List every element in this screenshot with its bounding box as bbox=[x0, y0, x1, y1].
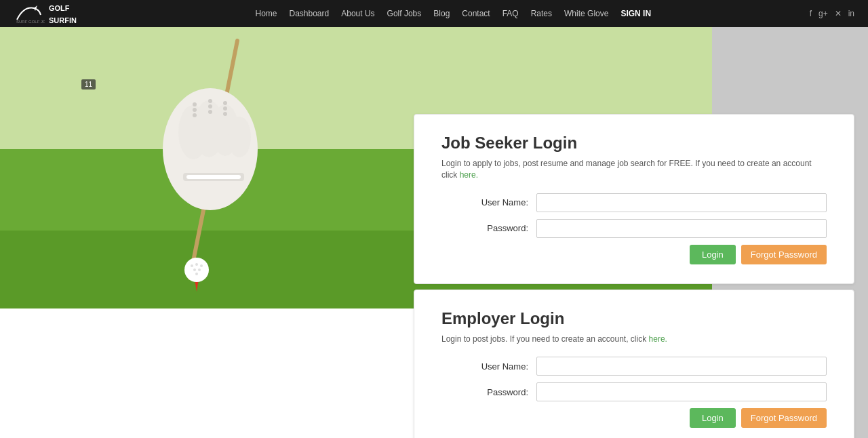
hero-badge: 11 bbox=[81, 79, 96, 89]
svg-point-23 bbox=[208, 104, 212, 108]
svg-point-26 bbox=[223, 106, 227, 111]
logo-text: GOLF SURFIN bbox=[49, 4, 77, 24]
svg-point-19 bbox=[193, 113, 197, 117]
nav-rates[interactable]: Rates bbox=[531, 9, 552, 18]
svg-point-17 bbox=[212, 104, 239, 156]
googleplus-icon[interactable]: g+ bbox=[818, 9, 828, 18]
nav-golf-jobs[interactable]: Golf Jobs bbox=[387, 9, 422, 18]
jobseeker-password-row: Password: bbox=[441, 219, 827, 238]
employer-password-label: Password: bbox=[441, 387, 536, 397]
svg-point-18 bbox=[228, 117, 251, 157]
svg-point-8 bbox=[191, 264, 193, 267]
svg-rect-28 bbox=[183, 173, 244, 181]
nav-faq[interactable]: FAQ bbox=[502, 9, 519, 18]
svg-rect-29 bbox=[186, 175, 241, 179]
svg-point-9 bbox=[195, 263, 198, 266]
employer-username-row: User Name: bbox=[441, 357, 827, 376]
jobseeker-buttons: Login Forgot Password bbox=[441, 245, 827, 264]
svg-point-11 bbox=[193, 268, 196, 271]
nav-contact[interactable]: Contact bbox=[462, 9, 490, 18]
jobseeker-forgot-button[interactable]: Forgot Password bbox=[741, 245, 827, 264]
jobseeker-username-row: User Name: bbox=[441, 193, 827, 212]
employer-forgot-button[interactable]: Forgot Password bbox=[741, 408, 827, 428]
facebook-icon[interactable]: f bbox=[810, 9, 812, 18]
jobseeker-password-input[interactable] bbox=[536, 219, 827, 238]
jobseeker-title: Job Seeker Login bbox=[441, 134, 827, 153]
svg-point-16 bbox=[194, 100, 224, 157]
logo[interactable]: SURF GOLF JOBS GOLF SURFIN bbox=[14, 1, 77, 26]
employer-desc: Login to post jobs. If you need to creat… bbox=[441, 334, 827, 345]
svg-point-25 bbox=[223, 112, 227, 116]
jobseeker-desc: Login to apply to jobs, post resume and … bbox=[441, 158, 827, 181]
svg-point-24 bbox=[208, 99, 212, 103]
social-icons: f g+ ✕ in bbox=[810, 9, 854, 18]
svg-point-21 bbox=[193, 102, 197, 106]
employer-username-label: User Name: bbox=[441, 361, 536, 372]
jobseeker-username-label: User Name: bbox=[441, 197, 536, 207]
login-panels: Job Seeker Login Login to apply to jobs,… bbox=[414, 114, 854, 438]
employer-register-link[interactable]: here. bbox=[649, 334, 667, 344]
nav-home[interactable]: Home bbox=[255, 9, 277, 18]
svg-point-15 bbox=[178, 105, 208, 159]
jobseeker-username-input[interactable] bbox=[536, 193, 827, 212]
svg-point-7 bbox=[184, 258, 209, 282]
nav-white-glove[interactable]: White Glove bbox=[564, 9, 608, 18]
svg-point-20 bbox=[193, 108, 197, 112]
employer-password-row: Password: bbox=[441, 382, 827, 401]
svg-marker-6 bbox=[193, 271, 200, 292]
twitter-icon[interactable]: ✕ bbox=[835, 9, 842, 18]
employer-title: Employer Login bbox=[441, 309, 827, 328]
nav-about[interactable]: About Us bbox=[341, 9, 374, 18]
employer-password-input[interactable] bbox=[536, 382, 827, 401]
employer-panel: Employer Login Login to post jobs. If yo… bbox=[414, 290, 854, 438]
nav-dashboard[interactable]: Dashboard bbox=[290, 9, 330, 18]
nav-sign-in[interactable]: SIGN IN bbox=[620, 9, 651, 18]
nav-links: Home Dashboard About Us Golf Jobs Blog C… bbox=[97, 9, 810, 18]
nav-blog[interactable]: Blog bbox=[433, 9, 450, 18]
employer-login-button[interactable]: Login bbox=[690, 408, 736, 428]
svg-point-27 bbox=[223, 101, 227, 105]
svg-point-14 bbox=[163, 88, 258, 210]
employer-buttons: Login Forgot Password bbox=[441, 408, 827, 428]
navbar: SURF GOLF JOBS GOLF SURFIN Home Dashboar… bbox=[0, 0, 868, 27]
svg-point-10 bbox=[200, 264, 203, 267]
linkedin-icon[interactable]: in bbox=[848, 9, 854, 18]
svg-line-5 bbox=[190, 41, 237, 278]
jobseeker-register-link[interactable]: here. bbox=[460, 170, 478, 180]
svg-point-12 bbox=[198, 268, 201, 271]
employer-username-input[interactable] bbox=[536, 357, 827, 376]
svg-text:SURF GOLF JOBS: SURF GOLF JOBS bbox=[16, 20, 45, 24]
svg-point-13 bbox=[195, 273, 198, 275]
svg-point-22 bbox=[208, 110, 212, 114]
jobseeker-login-button[interactable]: Login bbox=[690, 245, 736, 264]
jobseeker-password-label: Password: bbox=[441, 223, 536, 233]
jobseeker-panel: Job Seeker Login Login to apply to jobs,… bbox=[414, 114, 854, 284]
page-wrapper: SURF GOLF JOBS GOLF SURFIN Home Dashboar… bbox=[0, 0, 868, 438]
